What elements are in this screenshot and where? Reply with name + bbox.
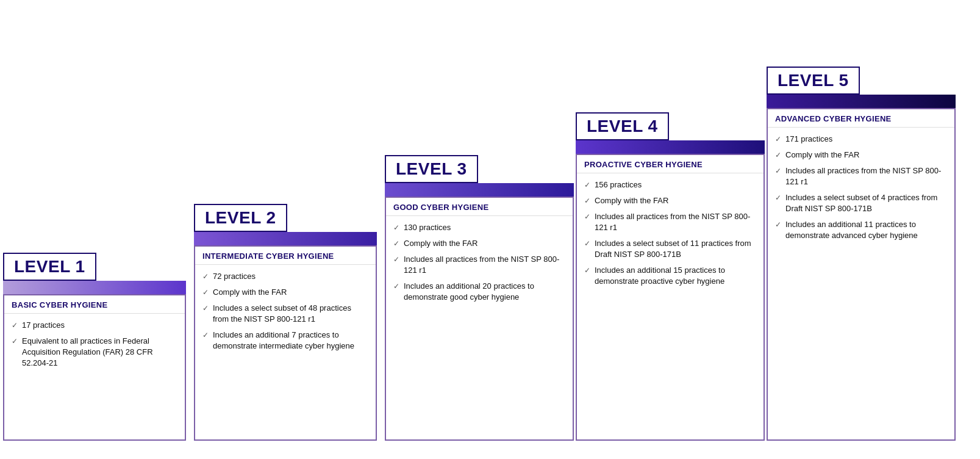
level-3-card-body: ✓130 practices✓Comply with the FAR✓Inclu… bbox=[386, 216, 573, 311]
level-1-item-0: ✓17 practices bbox=[12, 320, 177, 331]
level-2-item-1-text: Comply with the FAR bbox=[213, 287, 287, 298]
level-5-item-4: ✓Includes an additional 11 practices to … bbox=[775, 219, 947, 241]
level-5-card: ADVANCED CYBER HYGIENE✓171 practices✓Com… bbox=[767, 108, 956, 441]
checkmark-icon: ✓ bbox=[775, 150, 781, 161]
checkmark-icon: ✓ bbox=[775, 193, 781, 203]
level-5-item-4-text: Includes an additional 11 practices to d… bbox=[785, 219, 947, 241]
checkmark-icon: ✓ bbox=[393, 223, 399, 233]
level-3-title: LEVEL 3 bbox=[385, 155, 478, 183]
level-2-item-0: ✓72 practices bbox=[202, 271, 368, 282]
checkmark-icon: ✓ bbox=[12, 320, 18, 331]
checkmark-icon: ✓ bbox=[12, 336, 18, 347]
level-3-item-1-text: Comply with the FAR bbox=[404, 238, 477, 249]
level-4-item-0-text: 156 practices bbox=[595, 179, 642, 190]
level-4-card-body: ✓156 practices✓Comply with the FAR✓Inclu… bbox=[577, 173, 764, 295]
level-2-item-3: ✓Includes an additional 7 practices to d… bbox=[202, 330, 368, 352]
level-2-card-header: INTERMEDIATE CYBER HYGIENE bbox=[195, 247, 376, 265]
level-3-item-3: ✓Includes an additional 20 practices to … bbox=[393, 281, 565, 303]
level-2-wrapper: LEVEL 2INTERMEDIATE CYBER HYGIENE✓72 pra… bbox=[194, 204, 377, 441]
level-4-item-4: ✓Includes an additional 15 practices to … bbox=[584, 265, 756, 287]
level-5-gradient-bar bbox=[767, 95, 956, 108]
level-4-item-1-text: Comply with the FAR bbox=[595, 195, 668, 206]
level-5-card-body: ✓171 practices✓Comply with the FAR✓Inclu… bbox=[768, 128, 954, 250]
level-2-card-body: ✓72 practices✓Comply with the FAR✓Includ… bbox=[195, 265, 376, 360]
level-2-title: LEVEL 2 bbox=[194, 204, 287, 232]
level-2-item-3-text: Includes an additional 7 practices to de… bbox=[213, 330, 368, 352]
checkmark-icon: ✓ bbox=[584, 212, 590, 222]
level-2-item-0-text: 72 practices bbox=[213, 271, 256, 282]
level-2-item-2: ✓Includes a select subset of 48 practice… bbox=[202, 303, 368, 325]
level-4-title: LEVEL 4 bbox=[576, 112, 669, 140]
level-3-gradient-bar bbox=[385, 183, 574, 197]
checkmark-icon: ✓ bbox=[202, 287, 209, 298]
level-3-item-1: ✓Comply with the FAR bbox=[393, 238, 565, 249]
level-3-item-0-text: 130 practices bbox=[404, 222, 451, 233]
level-2-gradient-bar bbox=[194, 232, 377, 245]
level-5-item-3: ✓Includes a select subset of 4 practices… bbox=[775, 192, 947, 214]
level-1-wrapper: LEVEL 1BASIC CYBER HYGIENE✓17 practices✓… bbox=[3, 253, 186, 441]
level-5-wrapper: LEVEL 5ADVANCED CYBER HYGIENE✓171 practi… bbox=[767, 67, 956, 441]
level-5-item-2-text: Includes all practices from the NIST SP … bbox=[785, 165, 947, 187]
level-3-card-header: GOOD CYBER HYGIENE bbox=[386, 198, 573, 216]
level-1-card: BASIC CYBER HYGIENE✓17 practices✓Equival… bbox=[3, 294, 186, 441]
level-5-item-2: ✓Includes all practices from the NIST SP… bbox=[775, 165, 947, 187]
level-5-item-3-text: Includes a select subset of 4 practices … bbox=[785, 192, 947, 214]
checkmark-icon: ✓ bbox=[775, 166, 781, 176]
level-4-item-2-text: Includes all practices from the NIST SP … bbox=[595, 211, 756, 233]
level-4-item-2: ✓Includes all practices from the NIST SP… bbox=[584, 211, 756, 233]
checkmark-icon: ✓ bbox=[584, 180, 590, 190]
level-2-item-1: ✓Comply with the FAR bbox=[202, 287, 368, 298]
cmmc-diagram: LEVEL 1BASIC CYBER HYGIENE✓17 practices✓… bbox=[0, 0, 980, 459]
checkmark-icon: ✓ bbox=[393, 239, 399, 249]
level-3-item-2: ✓Includes all practices from the NIST SP… bbox=[393, 254, 565, 276]
level-4-item-3-text: Includes a select subset of 11 practices… bbox=[595, 238, 756, 260]
level-1-item-0-text: 17 practices bbox=[22, 320, 65, 331]
level-4-card-header: PROACTIVE CYBER HYGIENE bbox=[577, 155, 764, 173]
level-3-item-0: ✓130 practices bbox=[393, 222, 565, 233]
level-4-wrapper: LEVEL 4PROACTIVE CYBER HYGIENE✓156 pract… bbox=[576, 112, 765, 441]
level-4-card: PROACTIVE CYBER HYGIENE✓156 practices✓Co… bbox=[576, 154, 765, 441]
checkmark-icon: ✓ bbox=[584, 266, 590, 276]
checkmark-icon: ✓ bbox=[775, 220, 781, 230]
level-5-title: LEVEL 5 bbox=[767, 67, 860, 95]
checkmark-icon: ✓ bbox=[202, 272, 209, 282]
level-1-item-1: ✓Equivalent to all practices in Federal … bbox=[12, 336, 177, 369]
checkmark-icon: ✓ bbox=[775, 134, 781, 145]
checkmark-icon: ✓ bbox=[393, 281, 399, 292]
level-5-item-0-text: 171 practices bbox=[785, 134, 832, 145]
level-2-item-2-text: Includes a select subset of 48 practices… bbox=[213, 303, 368, 325]
level-2-card: INTERMEDIATE CYBER HYGIENE✓72 practices✓… bbox=[194, 245, 377, 441]
level-1-item-1-text: Equivalent to all practices in Federal A… bbox=[22, 336, 177, 369]
level-4-gradient-bar bbox=[576, 140, 765, 154]
level-4-item-1: ✓Comply with the FAR bbox=[584, 195, 756, 206]
checkmark-icon: ✓ bbox=[202, 330, 209, 341]
level-3-card: GOOD CYBER HYGIENE✓130 practices✓Comply … bbox=[385, 197, 574, 441]
level-5-item-0: ✓171 practices bbox=[775, 134, 947, 145]
checkmark-icon: ✓ bbox=[202, 303, 209, 314]
checkmark-icon: ✓ bbox=[393, 255, 399, 265]
level-1-card-header: BASIC CYBER HYGIENE bbox=[4, 295, 185, 314]
level-4-item-4-text: Includes an additional 15 practices to d… bbox=[595, 265, 756, 287]
level-3-wrapper: LEVEL 3GOOD CYBER HYGIENE✓130 practices✓… bbox=[385, 155, 574, 441]
level-4-item-3: ✓Includes a select subset of 11 practice… bbox=[584, 238, 756, 260]
level-1-title: LEVEL 1 bbox=[3, 253, 96, 281]
level-5-card-header: ADVANCED CYBER HYGIENE bbox=[768, 109, 954, 128]
checkmark-icon: ✓ bbox=[584, 239, 590, 249]
level-3-item-2-text: Includes all practices from the NIST SP … bbox=[404, 254, 565, 276]
level-3-item-3-text: Includes an additional 20 practices to d… bbox=[404, 281, 565, 303]
level-4-item-0: ✓156 practices bbox=[584, 179, 756, 190]
level-1-card-body: ✓17 practices✓Equivalent to all practice… bbox=[4, 314, 185, 377]
level-5-item-1-text: Comply with the FAR bbox=[785, 150, 859, 161]
level-5-item-1: ✓Comply with the FAR bbox=[775, 150, 947, 161]
level-1-gradient-bar bbox=[3, 281, 186, 294]
checkmark-icon: ✓ bbox=[584, 196, 590, 206]
